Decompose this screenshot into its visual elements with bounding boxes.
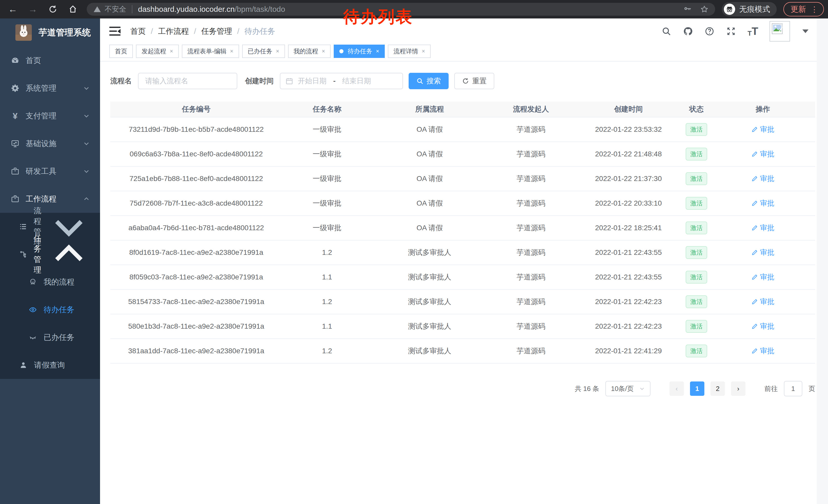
tab-label: 我的流程 xyxy=(294,47,318,55)
sidebar-item-todo-tasks[interactable]: 待办任务 xyxy=(0,296,100,324)
key-icon[interactable] xyxy=(683,5,692,13)
sidebar-item-label: 工作流程 xyxy=(26,194,78,204)
list-icon xyxy=(19,223,27,231)
page-size-select[interactable]: 10条/页 xyxy=(605,381,651,396)
collapse-sidebar-icon[interactable] xyxy=(109,27,121,36)
process-name-input[interactable]: 请输入流程名 xyxy=(138,73,237,89)
approve-link[interactable]: 审批 xyxy=(751,321,774,331)
col-process: 所属流程 xyxy=(372,104,487,114)
eye-icon xyxy=(29,306,37,314)
table-row: 75d72608-7b7f-11ec-a3c8-acde48001122 一级审… xyxy=(110,191,815,216)
cell-task-id: 75d72608-7b7f-11ec-a3c8-acde48001122 xyxy=(110,199,282,208)
status-badge: 激活 xyxy=(686,197,707,210)
close-icon[interactable]: × xyxy=(230,48,234,55)
breadcrumb-workflow[interactable]: 工作流程 xyxy=(158,26,189,37)
refresh-icon xyxy=(462,78,469,85)
close-icon[interactable]: × xyxy=(170,48,173,55)
input-placeholder: 请输入流程名 xyxy=(145,76,188,86)
breadcrumb-task-mgmt[interactable]: 任务管理 xyxy=(201,26,232,37)
scrollbar-gutter[interactable] xyxy=(817,18,828,504)
tab-start-process[interactable]: 发起流程 × xyxy=(136,45,179,58)
update-button[interactable]: 更新 ⋮ xyxy=(783,2,824,16)
date-range-picker[interactable]: 开始日期 - 结束日期 xyxy=(280,73,403,89)
chevron-up-icon xyxy=(83,196,90,202)
help-icon[interactable] xyxy=(704,26,715,36)
browser-forward-icon[interactable]: → xyxy=(28,4,38,14)
incognito-icon xyxy=(724,4,735,15)
tree-icon xyxy=(19,250,27,259)
cell-starter: 芋道源码 xyxy=(487,223,575,233)
cell-process: OA 请假 xyxy=(372,125,487,134)
sidebar-item-label: 系统管理 xyxy=(26,83,78,94)
sidebar: 芋道管理系统 首页 系统管理 ¥ 支付管理 xyxy=(0,18,100,504)
goto-page-input[interactable]: 1 xyxy=(784,381,802,396)
browser-home-icon[interactable] xyxy=(68,4,78,14)
approve-link[interactable]: 审批 xyxy=(751,346,774,356)
approve-link[interactable]: 审批 xyxy=(751,125,774,134)
tab-form-edit[interactable]: 流程表单-编辑 × xyxy=(182,45,239,58)
approve-link[interactable]: 审批 xyxy=(751,223,774,233)
cell-created: 2022-01-22 21:37:30 xyxy=(575,175,682,183)
bookmark-star-icon[interactable] xyxy=(700,5,708,13)
cell-task-name: 一级审批 xyxy=(282,149,372,159)
approve-link[interactable]: 审批 xyxy=(751,248,774,258)
status-badge: 激活 xyxy=(686,148,707,161)
tab-bar: 首页 发起流程 × 流程表单-编辑 × 已办任务 × 我的流程 × 待办任务 × xyxy=(100,44,828,61)
tab-done-tasks[interactable]: 已办任务 × xyxy=(242,45,285,58)
sidebar-item-done-tasks[interactable]: 已办任务 xyxy=(0,324,100,351)
sidebar-item-label: 首页 xyxy=(26,55,90,66)
app-logo xyxy=(15,25,32,41)
browser-menu-icon[interactable]: ⋮ xyxy=(811,5,819,14)
prev-page-button[interactable]: ‹ xyxy=(669,381,684,396)
cell-starter: 芋道源码 xyxy=(487,248,575,258)
breadcrumb-home[interactable]: 首页 xyxy=(130,26,146,37)
cell-task-id: 725a1eb6-7b88-11ec-8ef0-acde48001122 xyxy=(110,175,282,183)
sidebar-item-infra[interactable]: 基础设施 xyxy=(0,130,100,157)
filter-bar: 流程名 请输入流程名 创建时间 开始日期 - 结束日期 xyxy=(110,73,828,89)
approve-link[interactable]: 审批 xyxy=(751,198,774,208)
sidebar-item-devtools[interactable]: 研发工具 xyxy=(0,157,100,185)
fullscreen-icon[interactable] xyxy=(726,26,736,36)
tab-my-process[interactable]: 我的流程 × xyxy=(288,45,331,58)
approve-link[interactable]: 审批 xyxy=(751,272,774,282)
browser-back-icon[interactable]: ← xyxy=(8,4,18,14)
next-page-button[interactable]: › xyxy=(731,381,745,396)
browser-reload-icon[interactable] xyxy=(48,4,58,14)
tab-home[interactable]: 首页 xyxy=(109,45,133,58)
sidebar-item-leave-query[interactable]: 请假查询 xyxy=(0,351,100,379)
cell-task-id: 73211d9d-7b9b-11ec-b5b7-acde48001122 xyxy=(110,125,282,134)
avatar[interactable] xyxy=(770,21,790,42)
sidebar-item-label: 我的流程 xyxy=(44,277,90,287)
monitor-icon xyxy=(10,139,20,148)
sidebar-item-task-mgmt[interactable]: 任务管理 xyxy=(0,240,100,268)
page-2-button[interactable]: 2 xyxy=(710,381,725,396)
tab-process-detail[interactable]: 流程详情 × xyxy=(388,45,431,58)
search-button[interactable]: 搜索 xyxy=(409,73,449,89)
close-icon[interactable]: × xyxy=(322,48,325,55)
yen-icon: ¥ xyxy=(10,111,20,121)
close-icon[interactable]: × xyxy=(276,48,279,55)
cell-starter: 芋道源码 xyxy=(487,321,575,331)
tab-todo-tasks[interactable]: 待办任务 × xyxy=(334,45,385,58)
pagination: 共 16 条 10条/页 ‹ 1 2 › 前往 1 页 xyxy=(110,381,815,396)
sidebar-item-system[interactable]: 系统管理 xyxy=(0,74,100,102)
approve-link[interactable]: 审批 xyxy=(751,149,774,159)
sidebar-item-home[interactable]: 首页 xyxy=(0,47,100,74)
font-size-icon[interactable]: TT xyxy=(747,25,758,37)
close-icon[interactable]: × xyxy=(422,48,425,55)
reset-button[interactable]: 重置 xyxy=(454,73,494,89)
eye-closed-icon xyxy=(29,333,37,341)
approve-link[interactable]: 审批 xyxy=(751,297,774,307)
search-icon[interactable] xyxy=(661,26,671,36)
close-icon[interactable]: × xyxy=(376,48,379,55)
status-badge: 激活 xyxy=(686,246,707,259)
caret-down-icon[interactable] xyxy=(802,30,809,33)
sidebar-item-label: 任务管理 xyxy=(34,233,41,275)
approve-link[interactable]: 审批 xyxy=(751,174,774,184)
cell-process: 测试多审批人 xyxy=(372,297,487,307)
page-1-button[interactable]: 1 xyxy=(690,381,704,396)
cell-created: 2022-01-22 23:53:32 xyxy=(575,125,682,134)
table-row: 8f0d1619-7ac8-11ec-a9e2-a2380e71991a 1.2… xyxy=(110,240,815,265)
sidebar-item-payment[interactable]: ¥ 支付管理 xyxy=(0,102,100,130)
github-icon[interactable] xyxy=(683,26,693,36)
